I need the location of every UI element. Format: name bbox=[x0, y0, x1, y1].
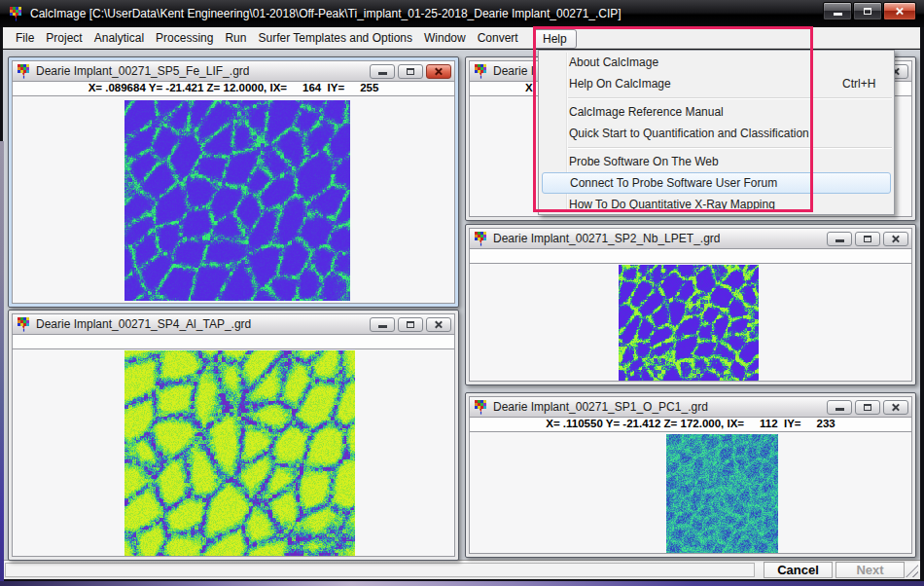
child-window-title: Dearie Implant_00271_SP5_Fe_LIF_.grd bbox=[36, 64, 249, 78]
close-icon[interactable] bbox=[883, 400, 908, 415]
map-client-area bbox=[12, 96, 455, 304]
status-bar: Cancel Next bbox=[3, 560, 920, 579]
restore-button[interactable] bbox=[855, 232, 880, 246]
menu-file[interactable]: File bbox=[10, 28, 40, 48]
menu-item-label: Help On CalcImage bbox=[569, 77, 671, 91]
menu-item-quick-start[interactable]: Quick Start to Quantification and Classi… bbox=[539, 123, 894, 144]
child-window-titlebar[interactable]: Dearie Implant_00271_SP1_O_PC1_.grd bbox=[469, 396, 912, 418]
menu-project[interactable]: Project bbox=[40, 28, 88, 48]
close-icon[interactable] bbox=[426, 64, 451, 79]
child-window-o-map[interactable]: Dearie Implant_00271_SP1_O_PC1_.grd X= .… bbox=[465, 392, 916, 558]
o-element-map-image[interactable] bbox=[666, 434, 778, 554]
menu-surfer-templates[interactable]: Surfer Templates and Options bbox=[252, 28, 418, 48]
fe-element-map-image[interactable] bbox=[124, 100, 350, 301]
child-window-titlebar[interactable]: Dearie Implant_00271_SP2_Nb_LPET_.grd bbox=[469, 228, 912, 249]
menu-item-probe-software-web[interactable]: Probe Software On The Web bbox=[539, 151, 894, 172]
status-message-panel bbox=[5, 563, 755, 577]
coordinate-bar: X= .089684 Y= -21.421 Z= 12.0000, IX= 16… bbox=[12, 82, 455, 96]
map-client-area bbox=[12, 349, 455, 557]
child-window-titlebar[interactable]: Dearie Implant_00271_SP4_Al_TAP_.grd bbox=[12, 313, 455, 335]
main-window-title: CalcImage [C:\UserData\Kent Engineering\… bbox=[30, 7, 622, 20]
menu-item-quantitative-xray-mapping[interactable]: How To Do Quantitative X-Ray Mapping bbox=[539, 194, 894, 215]
child-window-al-map[interactable]: Dearie Implant_00271_SP4_Al_TAP_.grd bbox=[8, 310, 459, 561]
maximize-button[interactable] bbox=[853, 2, 882, 20]
calcimage-app-icon bbox=[9, 7, 23, 21]
minimize-button[interactable] bbox=[827, 400, 852, 415]
nb-element-map-image[interactable] bbox=[619, 265, 759, 382]
restore-button[interactable] bbox=[855, 400, 880, 415]
menu-separator bbox=[539, 94, 894, 101]
child-window-title: Dearie Implant_00271_SP4_Al_TAP_.grd bbox=[36, 317, 251, 331]
calcimage-icon bbox=[17, 317, 31, 332]
menu-convert[interactable]: Convert bbox=[472, 28, 524, 48]
coordinate-bar bbox=[12, 335, 455, 349]
menu-help[interactable]: Help bbox=[533, 29, 577, 49]
minimize-button[interactable] bbox=[370, 317, 395, 332]
next-button[interactable]: Next bbox=[835, 562, 905, 578]
menu-processing[interactable]: Processing bbox=[150, 28, 219, 48]
menu-item-reference-manual[interactable]: CalcImage Reference Manual bbox=[539, 101, 894, 123]
map-client-area bbox=[469, 432, 912, 554]
child-window-title: Dearie Implant_00271_SP1_O_PC1_.grd bbox=[493, 400, 708, 414]
calcimage-icon bbox=[17, 64, 31, 79]
coordinate-bar: X= .110550 Y= -21.412 Z= 172.000, IX= 11… bbox=[469, 418, 912, 432]
minimize-button[interactable] bbox=[823, 2, 852, 20]
al-element-map-image[interactable] bbox=[124, 350, 355, 557]
calcimage-icon bbox=[474, 64, 488, 79]
restore-button[interactable] bbox=[398, 64, 423, 79]
cancel-button[interactable]: Cancel bbox=[764, 562, 833, 578]
menu-run[interactable]: Run bbox=[219, 28, 252, 48]
resize-grip-icon[interactable] bbox=[906, 565, 918, 577]
shortcut-label: Ctrl+H bbox=[842, 77, 875, 91]
desktop-wallpaper-strip bbox=[0, 141, 4, 581]
menu-window[interactable]: Window bbox=[418, 28, 472, 48]
calcimage-icon bbox=[474, 232, 488, 246]
main-titlebar[interactable]: CalcImage [C:\UserData\Kent Engineering\… bbox=[0, 0, 924, 27]
child-window-nb-map[interactable]: Dearie Implant_00271_SP2_Nb_LPET_.grd bbox=[465, 224, 916, 385]
menu-item-about-calcimage[interactable]: About CalcImage bbox=[539, 52, 894, 73]
close-icon[interactable] bbox=[883, 232, 908, 246]
menu-separator bbox=[539, 144, 894, 151]
minimize-button[interactable] bbox=[827, 232, 852, 246]
menu-bar: File Project Analytical Processing Run S… bbox=[3, 27, 920, 49]
menu-item-connect-user-forum[interactable]: Connect To Probe Software User Forum bbox=[542, 172, 891, 194]
calcimage-icon bbox=[474, 400, 488, 415]
child-window-title: Dearie I bbox=[493, 64, 534, 78]
child-window-title: Dearie Implant_00271_SP2_Nb_LPET_.grd bbox=[493, 232, 720, 245]
calcimage-main-window: CalcImage [C:\UserData\Kent Engineering\… bbox=[0, 0, 924, 581]
restore-button[interactable] bbox=[398, 317, 423, 332]
coordinate-bar bbox=[469, 249, 912, 264]
help-dropdown-menu: About CalcImage Help On CalcImage Ctrl+H… bbox=[538, 50, 895, 215]
minimize-button[interactable] bbox=[370, 64, 395, 79]
map-client-area bbox=[469, 264, 912, 382]
close-icon[interactable] bbox=[883, 2, 916, 20]
menu-analytical[interactable]: Analytical bbox=[89, 28, 150, 48]
close-icon[interactable] bbox=[426, 317, 451, 332]
menu-item-help-on-calcimage[interactable]: Help On CalcImage Ctrl+H bbox=[539, 73, 894, 94]
child-window-fe-map[interactable]: Dearie Implant_00271_SP5_Fe_LIF_.grd X= … bbox=[8, 56, 459, 308]
child-window-titlebar[interactable]: Dearie Implant_00271_SP5_Fe_LIF_.grd bbox=[12, 60, 455, 82]
